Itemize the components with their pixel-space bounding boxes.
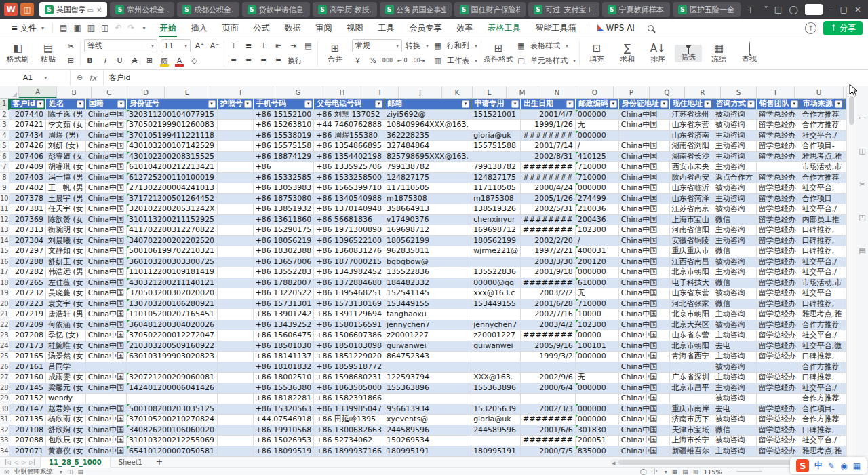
right-panel-icon-1[interactable]: ▭: [859, 113, 865, 122]
first-sheet-icon[interactable]: |◁: [5, 459, 11, 466]
cell[interactable]: [217, 278, 253, 288]
cell[interactable]: 上海市长宁: [669, 436, 713, 446]
cell[interactable]: 360103200303300725: [127, 256, 218, 267]
cell[interactable]: China中国: [85, 288, 126, 299]
cell[interactable]: 合作方推荐: [800, 109, 844, 120]
cell[interactable]: 留学总经办: [756, 309, 800, 320]
filter-dropdown-icon[interactable]: ▾: [375, 100, 382, 108]
export-icon[interactable]: ◫: [101, 23, 108, 33]
cell[interactable]: China中国: [85, 425, 126, 436]
cell[interactable]: 370502200012272047: [127, 330, 218, 341]
cell[interactable]: 江苏省南京: [669, 204, 713, 215]
ime-icon-4[interactable]: ▦: [853, 461, 861, 471]
cell[interactable]: [85, 394, 126, 404]
cell[interactable]: 微信: [713, 425, 756, 436]
cell[interactable]: 主动咨询: [713, 352, 756, 362]
cell[interactable]: 142401200006041426: [127, 383, 218, 394]
undo-icon[interactable]: ↶: [115, 23, 121, 33]
formula-input[interactable]: 客户id: [104, 73, 131, 83]
fill-color-button[interactable]: ▨: [159, 55, 170, 66]
cell[interactable]: 110105200207165451: [127, 309, 218, 320]
cell[interactable]: 2002/8/31: [521, 151, 576, 162]
cell[interactable]: 207434: [9, 130, 45, 141]
cell[interactable]: 610104200212213421: [127, 457, 218, 457]
cell[interactable]: 主动咨询: [713, 225, 756, 236]
cell[interactable]: 赵君婷 (女: [45, 404, 85, 415]
cell[interactable]: ########: [521, 415, 576, 425]
row-number[interactable]: 16: [0, 256, 9, 267]
cell[interactable]: 825798695XXX@163.: [384, 151, 471, 162]
cell[interactable]: 留学总经办: [756, 288, 800, 299]
cell[interactable]: +86 13901242: [253, 309, 314, 320]
cell[interactable]: +86 19910568: [253, 425, 314, 436]
row-number[interactable]: 4: [0, 130, 9, 141]
cell[interactable]: 207232: [9, 288, 45, 299]
cell[interactable]: 152541145: [384, 288, 471, 299]
cell[interactable]: [521, 394, 576, 404]
cell[interactable]: 留学总经办: [756, 225, 800, 236]
cell[interactable]: 北京市朝阳: [669, 341, 713, 352]
cell[interactable]: 180995191: [471, 446, 521, 457]
cell[interactable]: 去电: [713, 404, 756, 415]
cell[interactable]: China中国: [618, 362, 669, 373]
cell[interactable]: 陕西省西安: [669, 172, 713, 183]
cell[interactable]: 北京市朝阳: [669, 309, 713, 320]
table-header-cell[interactable]: 销售团队▾: [756, 99, 800, 109]
cell[interactable]: [471, 436, 521, 446]
cell[interactable]: 社交平台,/: [800, 256, 844, 267]
cell[interactable]: z20001227: [384, 330, 471, 341]
cell[interactable]: 江西省南昌: [669, 256, 713, 267]
cell[interactable]: China中国: [85, 383, 126, 394]
cell[interactable]: [756, 362, 800, 373]
file-tab[interactable]: S公务员国企事业单...: [380, 2, 452, 17]
cell[interactable]: 180995191: [384, 446, 471, 457]
column-header-I[interactable]: I: [361, 86, 399, 98]
filter-dropdown-icon[interactable]: ▾: [117, 100, 125, 108]
cell[interactable]: 北京大兴区: [669, 320, 713, 330]
cell[interactable]: +86 1971300890: [314, 225, 384, 236]
increase-indent-button[interactable]: ⇥: [288, 40, 299, 52]
cell[interactable]: m1875308: [384, 193, 471, 204]
cell[interactable]: 630103199903020823: [127, 352, 218, 362]
cell[interactable]: 138519326: [471, 204, 521, 215]
column-header-B[interactable]: B: [57, 86, 92, 98]
cell[interactable]: 207304: [9, 235, 45, 246]
cell[interactable]: 王一帆 (男: [45, 183, 85, 194]
cell[interactable]: XXX@163.: [471, 373, 521, 383]
cell[interactable]: 207406: [9, 151, 45, 162]
cell[interactable]: 207409: [9, 162, 45, 173]
filter-dropdown-icon[interactable]: ▾: [462, 100, 469, 108]
cell[interactable]: 135522836: [471, 267, 521, 278]
cell[interactable]: [669, 394, 713, 404]
cell[interactable]: 刘妍 (女): [45, 141, 85, 152]
cell[interactable]: 2001/7/14: [521, 141, 576, 152]
next-sheet-icon[interactable]: ▷: [22, 459, 26, 466]
freeze-panes-button[interactable]: ▦ 冻结: [705, 43, 732, 64]
worksheet-button[interactable]: 工作表: [447, 56, 469, 66]
column-header-H[interactable]: H: [323, 86, 361, 98]
cell[interactable]: 社交平台,微: [800, 341, 844, 352]
cell[interactable]: jennychen7: [384, 320, 471, 330]
share-button[interactable]: ↑ 分享: [823, 21, 863, 35]
cell[interactable]: China中国: [85, 320, 126, 330]
cell[interactable]: 去电: [713, 341, 756, 352]
cell[interactable]: China中国: [85, 330, 126, 341]
cell[interactable]: +86 13053983: [253, 183, 314, 194]
cell[interactable]: +44 07546918: [253, 415, 314, 425]
cell[interactable]: 000000: [575, 183, 618, 194]
row-number[interactable]: 19: [0, 288, 9, 299]
cell[interactable]: 留学总经办: [756, 172, 800, 183]
cell[interactable]: +86: [253, 162, 314, 173]
sum-button[interactable]: ∑ 求和: [614, 43, 641, 64]
cell[interactable]: [127, 362, 218, 373]
cell[interactable]: [217, 288, 253, 299]
cell[interactable]: 2001/9/18: [521, 267, 576, 278]
cell[interactable]: 口碑推荐,: [800, 373, 844, 383]
page-break-view-icon[interactable]: ▥: [693, 468, 699, 475]
menu-tab[interactable]: 插入: [184, 20, 215, 37]
input-mode-icon[interactable]: 中: [652, 468, 658, 475]
cell[interactable]: 207173: [9, 341, 45, 352]
cell[interactable]: 32010220020531242X: [127, 204, 218, 215]
row-number[interactable]: 29: [0, 394, 9, 404]
cell[interactable]: +86 18753080: [253, 193, 314, 204]
